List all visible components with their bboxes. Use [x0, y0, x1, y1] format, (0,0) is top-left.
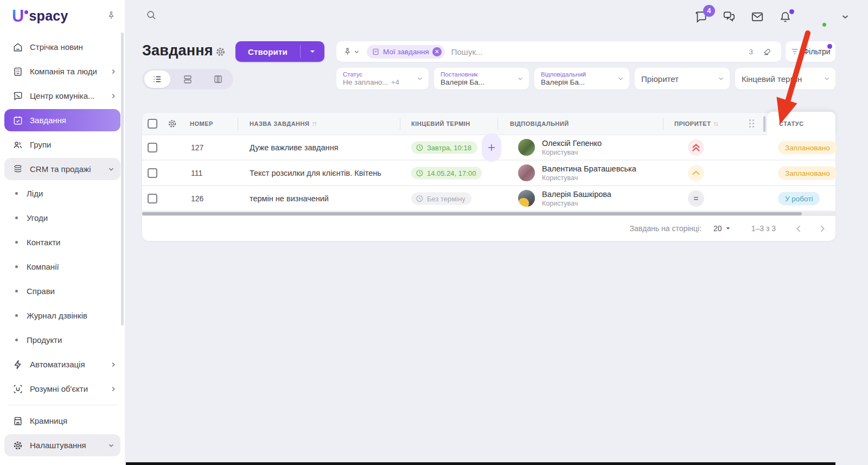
column-header-priority[interactable]: ПРІОРИТЕТ↑↓ [674, 120, 717, 128]
task-search-bar[interactable]: Мої завдання ✕ 3 [336, 41, 781, 62]
column-header-deadline[interactable]: КІНЦЕВИЙ ТЕРМІН [411, 120, 470, 127]
table-horizontal-scrollbar[interactable] [142, 212, 835, 216]
remove-filter-icon[interactable]: ✕ [432, 47, 442, 56]
prev-page-button[interactable] [794, 224, 803, 233]
sidebar-item-marketplace[interactable]: Крамниця [0, 409, 125, 433]
add-deadline-plus-button[interactable] [482, 133, 501, 162]
create-dropdown-caret[interactable] [301, 48, 324, 55]
sidebar-item-contacts[interactable]: Контакти [0, 230, 125, 254]
sidebar-item-newsfeed[interactable]: Стрічка новин [0, 35, 125, 59]
next-page-button[interactable] [818, 224, 827, 233]
table-row[interactable]: 127 Дуже важливе завдання Завтра, 10:18 … [142, 135, 835, 161]
home-icon [12, 41, 24, 53]
create-button-label[interactable]: Створити [235, 47, 300, 56]
mail-icon[interactable] [750, 10, 764, 24]
select-all-checkbox[interactable] [148, 119, 157, 129]
sort-asc-icon[interactable]: ↑↑ [311, 120, 316, 128]
sidebar-pin-icon[interactable] [106, 11, 116, 21]
sidebar-scrollbar[interactable] [121, 33, 124, 326]
notifications-bell-icon[interactable] [778, 10, 792, 24]
sidebar-item-label: Угоди [27, 213, 48, 222]
filters-button[interactable]: Фільтри [786, 41, 835, 62]
person-role: Користувач [542, 174, 636, 182]
column-header-responsible[interactable]: ВІДПОВІДАЛЬНИЙ [510, 120, 569, 127]
sidebar-item-activities[interactable]: Справи [0, 279, 125, 303]
responsible-person[interactable]: Валерія БашкіроваКористувач [518, 189, 611, 208]
row-checkbox[interactable] [148, 143, 157, 152]
table-row[interactable]: 111 Текст розсилки для клієнтів. Квітень… [142, 161, 835, 186]
topbar-icons: 4 [694, 7, 850, 27]
user-avatar[interactable] [806, 7, 827, 27]
per-page-select[interactable]: 20 [713, 224, 731, 233]
priority-highest-icon[interactable] [688, 139, 704, 156]
people-icon [12, 139, 24, 151]
sidebar-item-smart-objects[interactable]: Розумні об'єкти [0, 377, 125, 401]
pin-filter-icon[interactable] [343, 47, 360, 56]
column-drag-handle[interactable] [749, 119, 755, 128]
chat-icon[interactable]: 4 [694, 10, 708, 24]
table-row[interactable]: 126 термін не визначений Без терміну Вал… [142, 186, 835, 212]
column-header-name[interactable]: НАЗВА ЗАВДАННЯ↑↑ [250, 120, 316, 128]
filter-select-responsible[interactable]: Відповідальний Валерія Ба... [534, 68, 629, 90]
responsible-person[interactable]: Валентина БраташевськаКористувач [518, 164, 636, 182]
sidebar-item-company[interactable]: Компанія та люди [0, 59, 125, 84]
group-chat-icon[interactable] [722, 10, 736, 24]
user-menu-chevron-icon[interactable] [841, 12, 850, 21]
view-columns-button[interactable] [203, 69, 233, 90]
sidebar-item-settings[interactable]: Налаштування [4, 434, 120, 456]
column-header-number[interactable]: НОМЕР [190, 120, 213, 127]
filter-select-priority[interactable]: Пріоритет [635, 68, 730, 90]
table-settings-gear-icon[interactable] [167, 119, 177, 129]
view-kanban-button[interactable] [173, 69, 203, 90]
status-badge[interactable]: У роботі [778, 192, 820, 205]
sidebar-item-groups[interactable]: Групи [0, 132, 125, 157]
bullet-icon [15, 314, 18, 317]
sidebar-item-call-log[interactable]: Журнал дзвінків [0, 303, 125, 328]
sidebar-item-deals[interactable]: Угоди [0, 206, 125, 230]
main-area: 4 Завдання Створити [125, 0, 868, 465]
task-name[interactable]: термін не визначений [250, 194, 329, 203]
priority-normal-icon[interactable]: = [688, 190, 704, 207]
deadline-pill[interactable]: Завтра, 10:18 [411, 141, 477, 154]
view-list-button[interactable] [144, 71, 170, 88]
column-divider [238, 118, 238, 130]
row-checkbox[interactable] [148, 168, 157, 178]
sidebar-item-products[interactable]: Продукти [0, 328, 125, 352]
filter-select-author[interactable]: Постановник Валерія Ба... [434, 68, 529, 90]
status-badge[interactable]: Заплановано [778, 141, 837, 154]
sort-both-icon[interactable]: ↑↓ [713, 120, 717, 128]
calendar-check-icon [12, 114, 24, 126]
priority-high-icon[interactable] [688, 165, 704, 181]
filter-select-deadline[interactable]: Кінцевий термін [735, 68, 835, 90]
sidebar-item-automation[interactable]: Автоматизація [0, 352, 125, 377]
per-page-label: Завдань на сторінці: [630, 224, 702, 233]
search-input[interactable] [451, 47, 749, 56]
sidebar-item-crm[interactable]: CRM та продажі [4, 158, 120, 180]
saved-filter-chip[interactable]: Мої завдання ✕ [367, 45, 445, 59]
responsible-person[interactable]: Олексій ГепенкоКористувач [518, 138, 602, 157]
sidebar-divider [8, 405, 117, 405]
task-name[interactable]: Дуже важливе завдання [250, 143, 339, 152]
deadline-pill[interactable]: Без терміну [411, 192, 471, 205]
column-header-status[interactable]: СТАТУС [779, 120, 804, 127]
create-split-button[interactable]: Створити [235, 41, 324, 62]
sidebar-item-communication[interactable]: Центр комуніка... [0, 84, 125, 108]
deadline-pill[interactable]: 14.05.24, 17:00 [411, 167, 482, 179]
sidebar-item-leads[interactable]: Ліди [0, 181, 125, 206]
column-drop-indicator [763, 116, 765, 132]
filter-select-status[interactable]: Статус Не заплано...+4 [336, 68, 429, 90]
sidebar-item-companies[interactable]: Компанії [0, 254, 125, 279]
chevron-down-icon [717, 75, 725, 82]
global-search-icon[interactable] [145, 9, 157, 21]
sidebar-item-label: Автоматизація [30, 360, 85, 369]
sidebar-item-tasks[interactable]: Завдання [4, 109, 120, 131]
person-name: Валерія Башкірова [542, 189, 611, 199]
clear-search-eraser-icon[interactable] [758, 44, 776, 59]
shop-icon [12, 415, 24, 427]
status-badge[interactable]: Заплановано [778, 166, 837, 180]
scrollbar-thumb[interactable] [142, 212, 802, 215]
page-settings-gear-icon[interactable] [215, 46, 226, 58]
task-name[interactable]: Текст розсилки для клієнтів. Квітень [250, 169, 381, 177]
bullet-icon [15, 290, 18, 292]
row-checkbox[interactable] [148, 194, 157, 203]
